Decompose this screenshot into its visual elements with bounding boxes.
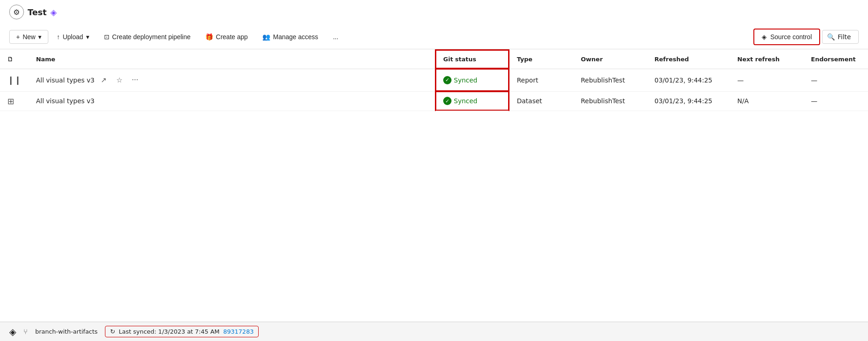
upload-button[interactable]: ↑ Upload ▾: [50, 30, 95, 43]
row1-git-status: Synced: [454, 76, 477, 84]
ellipsis-icon: ...: [333, 33, 338, 41]
filter-area[interactable]: 🔍 Filte: [822, 30, 859, 44]
row1-type: Report: [509, 69, 573, 91]
items-table: 🗋 Name Git status Type Owner Refreshed N…: [0, 49, 868, 111]
row1-icon-cell: ❙❙: [0, 69, 29, 91]
create-pipeline-label: Create deployment pipeline: [112, 33, 191, 41]
synced-check-icon: ✓: [443, 76, 451, 84]
upload-button-label: Upload: [63, 33, 83, 41]
row2-endorsement: —: [804, 91, 868, 111]
row1-git-status-cell: ✓ Synced: [435, 69, 509, 91]
report-icon: ❙❙: [7, 75, 21, 85]
row2-refreshed: 03/01/23, 9:44:25: [647, 91, 730, 111]
col-header-refreshed[interactable]: Refreshed: [647, 50, 730, 69]
more-button[interactable]: ...: [326, 30, 345, 43]
pipeline-icon: ⊡: [104, 33, 110, 41]
branch-name: branch-with-artifacts: [35, 328, 98, 335]
create-pipeline-button[interactable]: ⊡ Create deployment pipeline: [98, 30, 197, 43]
col-header-type[interactable]: Type: [509, 50, 573, 69]
star-icon[interactable]: ☆: [113, 74, 126, 87]
row1-name: All visual types v3: [36, 76, 94, 84]
row2-name: All visual types v3: [36, 97, 94, 105]
row1-next-refresh: —: [730, 69, 804, 91]
row2-owner: RebublishTest: [573, 91, 647, 111]
col-header-git-status[interactable]: Git status: [435, 50, 509, 69]
table-row: ⊞ All visual types v3 ✓ Synced Dataset R…: [0, 91, 868, 111]
synced-badge: ✓ Synced: [443, 76, 501, 84]
row2-git-status: Synced: [454, 97, 477, 105]
users-icon: 👥: [262, 33, 270, 41]
source-control-label: Source control: [770, 33, 812, 41]
share-icon[interactable]: ↗: [97, 74, 110, 87]
dataset-icon: ⊞: [7, 96, 14, 106]
workspace-title: ⚙ Test ◈: [9, 5, 859, 19]
row2-next-refresh: N/A: [730, 91, 804, 111]
source-control-icon: ◈: [762, 33, 767, 41]
chevron-down-icon: ▾: [38, 33, 41, 41]
row1-actions: All visual types v3 ↗ ☆ ···: [36, 74, 428, 87]
create-app-button[interactable]: 🎁 Create app: [199, 30, 254, 43]
col-header-endorsement[interactable]: Endorsement: [804, 50, 868, 69]
row2-actions: All visual types v3: [36, 97, 428, 105]
source-control-button[interactable]: ◈ Source control: [753, 29, 820, 45]
filter-label: Filte: [838, 33, 851, 41]
create-app-label: Create app: [216, 33, 248, 41]
git-logo-icon: ◈: [9, 326, 16, 337]
col-header-icon: 🗋: [0, 50, 29, 69]
row2-icon-cell: ⊞: [0, 91, 29, 111]
table-row: ❙❙ All visual types v3 ↗ ☆ ··· ✓ Synced: [0, 69, 868, 91]
header: ⚙ Test ◈ + New ▾ ↑ Upload ▾ ⊡ Create dep…: [0, 0, 868, 49]
status-bar-highlight: ↻ Last synced: 1/3/2023 at 7:45 AM 89317…: [105, 326, 259, 337]
ellipsis-icon[interactable]: ···: [128, 74, 141, 87]
table-header: 🗋 Name Git status Type Owner Refreshed N…: [0, 50, 868, 69]
toolbar: + New ▾ ↑ Upload ▾ ⊡ Create deployment p…: [9, 25, 859, 49]
table-body: ❙❙ All visual types v3 ↗ ☆ ··· ✓ Synced: [0, 69, 868, 111]
workspace-name: Test: [28, 7, 46, 17]
settings-icon: ⚙: [13, 8, 20, 17]
branch-icon: ⑂: [23, 328, 28, 336]
row2-name-cell: All visual types v3: [29, 91, 435, 111]
col-header-name[interactable]: Name: [29, 50, 435, 69]
row1-endorsement: —: [804, 69, 868, 91]
file-icon: 🗋: [7, 56, 13, 63]
row1-refreshed: 03/01/23, 9:44:25: [647, 69, 730, 91]
sync-icon: ↻: [110, 328, 115, 335]
row2-type: Dataset: [509, 91, 573, 111]
commit-hash: 89317283: [223, 328, 254, 335]
last-synced-label: Last synced: 1/3/2023 at 7:45 AM: [119, 328, 220, 335]
upload-icon: ↑: [57, 33, 60, 41]
status-bar: ◈ ⑂ branch-with-artifacts ↻ Last synced:…: [0, 322, 868, 341]
col-header-next-refresh[interactable]: Next refresh: [730, 50, 804, 69]
row2-git-status-cell: ✓ Synced: [435, 91, 509, 111]
synced-check-icon: ✓: [443, 97, 451, 105]
row1-owner: RebublishTest: [573, 69, 647, 91]
workspace-icon: ⚙: [9, 5, 24, 19]
new-button[interactable]: + New ▾: [9, 30, 48, 44]
col-header-owner[interactable]: Owner: [573, 50, 647, 69]
manage-access-button[interactable]: 👥 Manage access: [256, 30, 324, 43]
manage-access-label: Manage access: [273, 33, 318, 41]
row1-name-cell: All visual types v3 ↗ ☆ ···: [29, 69, 435, 91]
premium-icon: ◈: [50, 7, 57, 17]
search-icon: 🔍: [827, 33, 835, 41]
main-content: 🗋 Name Git status Type Owner Refreshed N…: [0, 49, 868, 322]
chevron-down-icon: ▾: [86, 33, 89, 41]
synced-badge: ✓ Synced: [443, 97, 501, 105]
new-button-label: New: [23, 33, 35, 41]
app-icon: 🎁: [205, 33, 213, 41]
plus-icon: +: [16, 33, 20, 41]
